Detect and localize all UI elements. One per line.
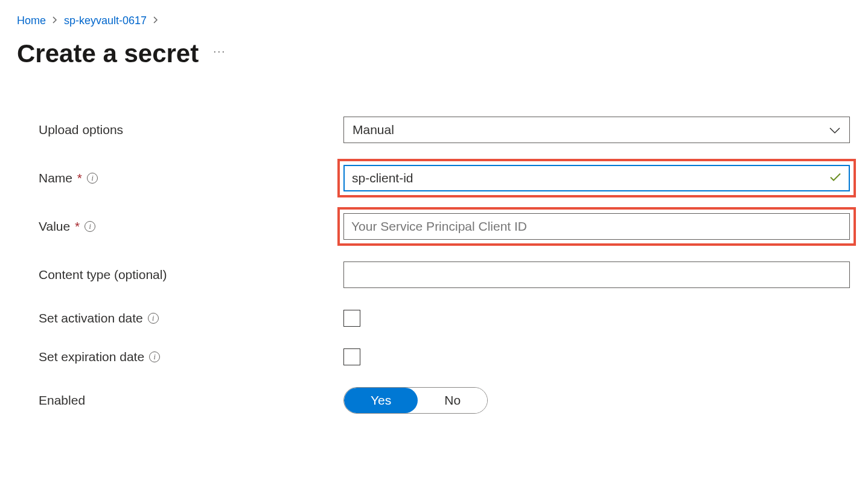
content-type-input[interactable] bbox=[343, 261, 850, 288]
required-indicator: * bbox=[71, 219, 80, 233]
expiration-date-row: Set expiration date i bbox=[39, 348, 850, 365]
chevron-down-icon bbox=[829, 123, 841, 137]
page-title: Create a secret bbox=[17, 39, 199, 68]
info-icon[interactable]: i bbox=[85, 221, 95, 232]
value-input[interactable] bbox=[343, 213, 850, 240]
name-input[interactable] bbox=[343, 165, 850, 191]
page-header: Create a secret ··· bbox=[17, 39, 851, 68]
enabled-row: Enabled Yes No bbox=[39, 387, 850, 414]
enabled-no-button[interactable]: No bbox=[418, 388, 487, 413]
expiration-date-checkbox[interactable] bbox=[343, 348, 360, 365]
enabled-yes-button[interactable]: Yes bbox=[344, 388, 418, 413]
value-row: Value * i bbox=[39, 213, 850, 240]
name-label: Name * i bbox=[39, 171, 343, 185]
value-label: Value * i bbox=[39, 219, 343, 234]
more-actions-icon[interactable]: ··· bbox=[213, 45, 226, 63]
upload-options-row: Upload options Manual bbox=[39, 117, 850, 143]
enabled-label: Enabled bbox=[39, 393, 343, 408]
upload-options-select[interactable]: Manual bbox=[343, 117, 850, 143]
checkmark-icon bbox=[829, 173, 841, 184]
content-type-row: Content type (optional) bbox=[39, 261, 850, 288]
breadcrumb-resource-link[interactable]: sp-keyvault-0617 bbox=[64, 14, 147, 27]
expiration-date-label: Set expiration date i bbox=[39, 350, 343, 364]
content-type-label: Content type (optional) bbox=[39, 268, 343, 282]
form-container: Upload options Manual Name * i bbox=[17, 117, 850, 414]
highlight-box-value bbox=[337, 207, 856, 246]
breadcrumb-home-link[interactable]: Home bbox=[17, 14, 46, 27]
enabled-toggle: Yes No bbox=[343, 387, 488, 414]
activation-date-row: Set activation date i bbox=[39, 310, 850, 327]
upload-options-label: Upload options bbox=[39, 123, 343, 137]
required-indicator: * bbox=[74, 171, 82, 185]
activation-date-checkbox[interactable] bbox=[343, 310, 360, 327]
breadcrumb: Home sp-keyvault-0617 bbox=[17, 14, 851, 27]
chevron-right-icon bbox=[52, 16, 58, 27]
chevron-right-icon bbox=[153, 16, 159, 27]
info-icon[interactable]: i bbox=[87, 173, 98, 184]
upload-options-value: Manual bbox=[353, 123, 394, 137]
info-icon[interactable]: i bbox=[149, 351, 160, 362]
highlight-box-name bbox=[337, 159, 856, 197]
activation-date-label: Set activation date i bbox=[39, 311, 343, 326]
name-row: Name * i bbox=[39, 165, 850, 191]
info-icon[interactable]: i bbox=[148, 313, 159, 324]
